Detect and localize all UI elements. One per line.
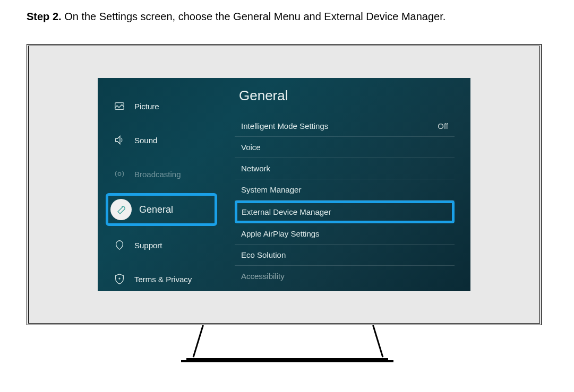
sidebar-item-label: Picture (134, 102, 159, 111)
panel-title: General (235, 88, 455, 104)
sidebar-item-label: Support (134, 241, 162, 250)
panel-item-label: System Manager (241, 185, 301, 194)
picture-icon (112, 99, 127, 114)
sidebar-item-label: Terms & Privacy (134, 275, 192, 284)
svg-point-1 (118, 172, 121, 176)
panel-item-label: External Device Manager (242, 207, 331, 216)
step-instruction: Step 2. On the Settings screen, choose t… (27, 11, 547, 23)
panel-item-label: Apple AirPlay Settings (241, 229, 320, 238)
support-icon (112, 238, 127, 252)
monitor-frame: Picture Sound Broadcasting General (27, 44, 542, 325)
panel-item-intelligent-mode[interactable]: Intelligent Mode Settings Off (235, 116, 455, 137)
panel-item-value: Off (438, 121, 448, 130)
sidebar-item-support[interactable]: Support (106, 230, 217, 260)
panel-item-voice[interactable]: Voice (235, 137, 455, 158)
sidebar-item-picture[interactable]: Picture (106, 91, 217, 121)
sidebar-item-label: General (139, 204, 173, 215)
settings-sidebar: Picture Sound Broadcasting General (98, 78, 225, 291)
sidebar-item-sound[interactable]: Sound (106, 125, 217, 155)
panel-item-label: Accessibility (241, 272, 285, 281)
monitor-stand (27, 325, 547, 362)
broadcasting-icon (112, 167, 127, 181)
sidebar-item-broadcasting[interactable]: Broadcasting (106, 159, 217, 189)
step-text: On the Settings screen, choose the Gener… (64, 11, 446, 22)
wrench-icon (110, 199, 132, 220)
panel-item-eco-solution[interactable]: Eco Solution (235, 245, 455, 266)
panel-item-external-device-manager[interactable]: External Device Manager (235, 201, 455, 223)
panel-item-label: Intelligent Mode Settings (241, 121, 328, 130)
sidebar-item-general[interactable]: General (106, 193, 217, 226)
panel-item-label: Eco Solution (241, 250, 286, 259)
panel-item-network[interactable]: Network (235, 158, 455, 179)
step-label: Step 2. (27, 11, 62, 22)
sound-icon (112, 133, 127, 147)
panel-item-accessibility[interactable]: Accessibility (235, 266, 455, 286)
sidebar-item-label: Sound (134, 136, 157, 145)
sidebar-item-label: Broadcasting (134, 170, 181, 179)
panel-item-system-manager[interactable]: System Manager (235, 179, 455, 201)
sidebar-item-terms-privacy[interactable]: Terms & Privacy (106, 264, 217, 291)
settings-main-panel: General Intelligent Mode Settings Off Vo… (225, 78, 470, 291)
panel-item-apple-airplay[interactable]: Apple AirPlay Settings (235, 223, 455, 245)
shield-icon (112, 272, 127, 286)
panel-item-label: Network (241, 164, 270, 173)
tv-settings-screen: Picture Sound Broadcasting General (98, 78, 470, 291)
panel-item-label: Voice (241, 143, 261, 152)
svg-point-2 (119, 278, 120, 279)
